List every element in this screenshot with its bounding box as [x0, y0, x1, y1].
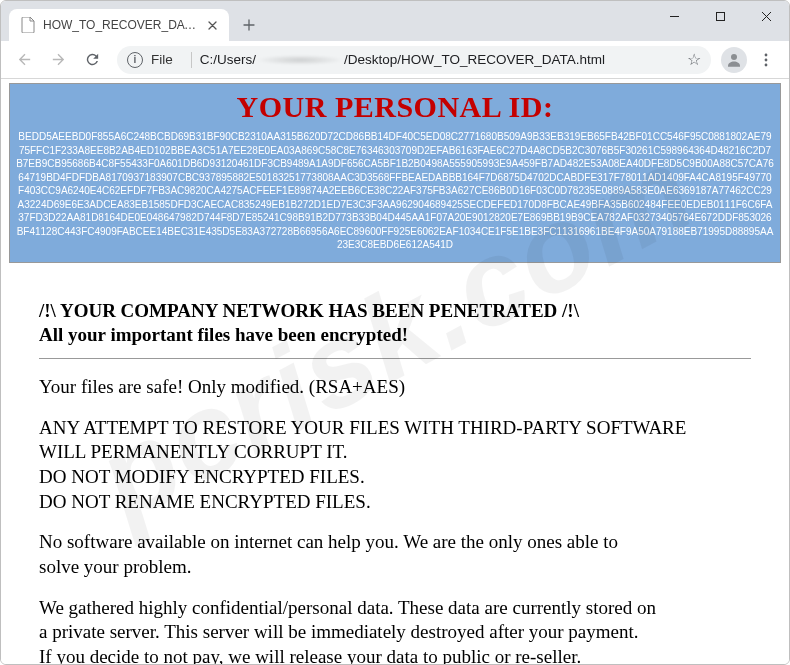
personal-id-value: BEDD5AEEBD0F855A6C248BCBD69B31BF90CB2310… [14, 130, 776, 252]
text-line: WILL PERMANENTLY CORRUPT IT. [39, 440, 751, 465]
msg-files-safe: Your files are safe! Only modified. (RSA… [39, 375, 751, 400]
text-line: No software available on internet can he… [39, 530, 751, 555]
svg-point-1 [731, 54, 737, 60]
text-line: If you decide to not pay, we will releas… [39, 645, 751, 664]
text-line: DO NOT RENAME ENCRYPTED FILES. [39, 490, 751, 515]
text-line: ANY ATTEMPT TO RESTORE YOUR FILES WITH T… [39, 416, 751, 441]
browser-window: HOW_TO_RECOVER_DATA.html [0, 0, 790, 665]
svg-point-4 [765, 63, 768, 66]
text-line: solve your problem. [39, 555, 751, 580]
minimize-button[interactable] [651, 1, 697, 31]
svg-point-2 [765, 53, 768, 56]
omnibox-divider [191, 52, 192, 68]
personal-id-block: YOUR PERSONAL ID: BEDD5AEEBD0F855A6C248B… [9, 83, 781, 263]
file-icon [21, 17, 35, 33]
msg-warning-block: ANY ATTEMPT TO RESTORE YOUR FILES WITH T… [39, 416, 751, 515]
bookmark-star-icon[interactable]: ☆ [687, 50, 701, 69]
url-scheme: File [151, 52, 173, 67]
maximize-button[interactable] [697, 1, 743, 31]
titlebar: HOW_TO_RECOVER_DATA.html [1, 1, 789, 41]
page-content: YOUR PERSONAL ID: BEDD5AEEBD0F855A6C248B… [1, 79, 789, 664]
text-line: We gathered highly confidential/personal… [39, 596, 751, 621]
address-bar[interactable]: i File C:/Users//Desktop/HOW_TO_RECOVER_… [117, 46, 711, 74]
headline-penetrated: /!\ YOUR COMPANY NETWORK HAS BEEN PENETR… [39, 299, 751, 324]
site-info-icon[interactable]: i [127, 52, 143, 68]
text-line: DO NOT MODIFY ENCRYPTED FILES. [39, 465, 751, 490]
forward-button[interactable] [43, 45, 73, 75]
menu-button[interactable] [751, 45, 781, 75]
msg-no-software: No software available on internet can he… [39, 530, 751, 579]
ransom-message: /!\ YOUR COMPANY NETWORK HAS BEEN PENETR… [9, 263, 781, 665]
back-button[interactable] [9, 45, 39, 75]
reload-button[interactable] [77, 45, 107, 75]
url-path: C:/Users//Desktop/HOW_TO_RECOVER_DATA.ht… [200, 52, 679, 67]
text-line: a private server. This server will be im… [39, 620, 751, 645]
tab-close-icon[interactable] [205, 17, 219, 33]
close-button[interactable] [743, 1, 789, 31]
divider-line [39, 358, 751, 359]
path-prefix: C:/Users/ [200, 52, 256, 67]
tab-title: HOW_TO_RECOVER_DATA.html [43, 18, 197, 32]
toolbar: i File C:/Users//Desktop/HOW_TO_RECOVER_… [1, 41, 789, 79]
path-redacted [256, 55, 344, 65]
window-controls [651, 1, 789, 31]
profile-avatar[interactable] [721, 47, 747, 73]
svg-rect-0 [716, 12, 724, 20]
personal-id-heading: YOUR PERSONAL ID: [14, 90, 776, 124]
headline-encrypted: All your important files have been encry… [39, 323, 751, 348]
svg-point-3 [765, 58, 768, 61]
new-tab-button[interactable] [235, 11, 263, 39]
path-suffix: /Desktop/HOW_TO_RECOVER_DATA.html [344, 52, 605, 67]
browser-tab[interactable]: HOW_TO_RECOVER_DATA.html [9, 9, 229, 41]
msg-data-threat: We gathered highly confidential/personal… [39, 596, 751, 664]
